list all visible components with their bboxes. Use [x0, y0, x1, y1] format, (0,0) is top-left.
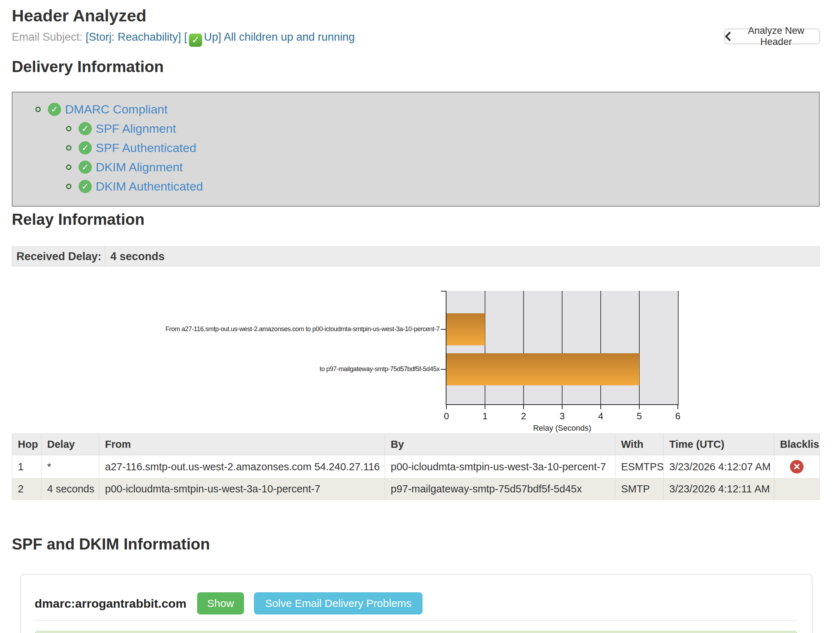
hop-cell: 2 — [12, 479, 41, 500]
hops-table: HopDelayFromByWithTime (UTC)Blacklist 1*… — [12, 433, 819, 500]
blacklist-cell: × — [774, 455, 819, 479]
delivery-item-link[interactable]: DKIM Authenticated — [96, 180, 203, 194]
solve-email-delivery-problems-button[interactable]: Solve Email Delivery Problems — [254, 592, 423, 614]
subject-part1: [Storj: Reachability] [ — [86, 31, 187, 43]
success-alert-strip — [35, 631, 797, 633]
pass-check-icon: ✓ — [79, 141, 92, 154]
x-axis-tick — [446, 405, 447, 409]
hops-column-header: By — [385, 434, 615, 455]
chart-gridline — [485, 291, 485, 404]
chart-gridline — [600, 291, 601, 404]
hop-cell: 1 — [12, 455, 41, 479]
x-axis-tick-label: 0 — [439, 411, 454, 422]
x-axis-tick — [639, 405, 639, 409]
delivery-information-panel: ✓DMARC Compliant✓SPF Alignment✓SPF Authe… — [12, 92, 819, 206]
white-check-mark-icon: ✓ — [189, 33, 202, 47]
pass-check-icon: ✓ — [79, 180, 92, 193]
hops-column-header: From — [99, 434, 385, 455]
subject-part2: Up] All children up and running — [204, 31, 355, 43]
x-axis-tick-label: 2 — [516, 411, 531, 422]
dmarc-record-row: dmarc:arrogantrabbit.com Show Solve Emai… — [35, 592, 423, 614]
list-bullet — [35, 107, 41, 112]
x-axis-tick — [523, 405, 524, 409]
relay-information-heading: Relay Information — [12, 211, 145, 228]
hop-cell: 4 seconds — [41, 479, 99, 500]
show-button[interactable]: Show — [197, 592, 244, 614]
hops-column-header: With — [615, 434, 663, 455]
hop-cell: a27-116.smtp-out.us-west-2.amazonses.com… — [99, 455, 385, 479]
delivery-information-heading: Delivery Information — [12, 58, 164, 76]
x-axis-tick-label: 1 — [477, 411, 493, 422]
email-subject-link[interactable]: [Storj: Reachability] [✓Up] All children… — [86, 31, 355, 43]
blacklist-cell — [774, 479, 819, 500]
hop-row: 1*a27-116.smtp-out.us-west-2.amazonses.c… — [12, 455, 819, 479]
relay-chart-plot — [446, 291, 679, 405]
list-bullet — [66, 164, 71, 170]
chart-gridline — [523, 291, 524, 404]
relay-bar — [447, 313, 485, 345]
y-axis-tick — [441, 291, 446, 291]
email-subject-label: Email Subject: — [12, 31, 82, 43]
list-bullet — [66, 184, 71, 189]
delivery-checklist-item: ✓DKIM Alignment — [13, 157, 819, 176]
chart-gridline — [562, 291, 562, 404]
delivery-item-link[interactable]: SPF Authenticated — [96, 141, 196, 155]
received-delay-row: Received Delay: 4 seconds — [12, 246, 819, 266]
delivery-checklist-item: ✓DKIM Authenticated — [13, 176, 819, 196]
hop-cell: * — [41, 455, 99, 479]
y-axis-tick — [441, 329, 446, 330]
delivery-item-link[interactable]: DKIM Alignment — [96, 160, 183, 174]
email-subject-line: Email Subject: [Storj: Reachability] [✓U… — [12, 31, 355, 47]
hops-column-header: Delay — [41, 434, 99, 455]
x-axis-tick-label: 5 — [632, 411, 647, 422]
pass-check-icon: ✓ — [79, 161, 92, 174]
chart-category-label: to p97-mailgateway-smtp-75d57bdf5f-5d45x — [12, 365, 440, 373]
panel-divider — [35, 620, 797, 621]
analyze-new-header-button[interactable]: Analyze New Header — [724, 28, 820, 44]
hops-table-body: 1*a27-116.smtp-out.us-west-2.amazonses.c… — [12, 455, 819, 500]
hop-row: 24 secondsp00-icloudmta-smtpin-us-west-3… — [12, 479, 819, 500]
chart-category-label: From a27-116.smtp-out.us-west-2.amazonse… — [12, 326, 440, 333]
x-axis-tick-label: 4 — [593, 411, 609, 422]
blacklist-error-icon[interactable]: × — [790, 460, 804, 474]
hops-column-header: Blacklist — [774, 434, 819, 455]
y-axis-tick — [441, 369, 446, 370]
list-bullet — [66, 126, 71, 131]
spf-dkim-heading: SPF and DKIM Information — [12, 535, 210, 553]
x-axis-tick — [562, 405, 562, 409]
hop-cell: p00-icloudmta-smtpin-us-west-3a-10-perce… — [99, 479, 385, 500]
chevron-left-icon — [725, 32, 730, 41]
x-axis-tick-label: 6 — [670, 411, 686, 422]
pass-check-icon: ✓ — [48, 103, 61, 116]
hop-cell: ESMTPS — [615, 455, 663, 479]
x-axis-tick-label: 3 — [554, 411, 570, 422]
hop-cell: p97-mailgateway-smtp-75d57bdf5f-5d45x — [385, 479, 615, 500]
analyze-button-label: Analyze New Header — [733, 25, 819, 47]
spf-dkim-panel: dmarc:arrogantrabbit.com Show Solve Emai… — [21, 574, 813, 633]
relay-chart-x-axis-title: Relay (Seconds) — [446, 424, 679, 433]
relay-chart: Relay (Seconds) 0123456From a27-116.smtp… — [12, 291, 819, 433]
pass-check-icon: ✓ — [79, 122, 92, 135]
received-delay-value: 4 seconds — [105, 247, 165, 266]
x-axis-tick — [485, 405, 485, 409]
x-axis-tick — [677, 405, 678, 409]
delivery-checklist-item: ✓SPF Alignment — [13, 119, 819, 138]
received-delay-label: Received Delay: — [12, 247, 105, 266]
delivery-item-link[interactable]: DMARC Compliant — [65, 102, 167, 117]
hop-cell: SMTP — [615, 479, 663, 500]
hops-column-header: Time (UTC) — [663, 434, 774, 455]
list-bullet — [66, 145, 71, 151]
delivery-checklist-item: ✓DMARC Compliant — [13, 99, 819, 119]
dmarc-record-name: dmarc:arrogantrabbit.com — [35, 597, 186, 611]
chart-gridline — [639, 291, 639, 404]
delivery-item-link[interactable]: SPF Alignment — [96, 122, 176, 135]
x-axis-tick — [600, 405, 601, 409]
page-title: Header Analyzed — [12, 6, 147, 25]
hop-cell: 3/23/2026 4:12:07 AM — [663, 455, 774, 479]
relay-bar — [447, 353, 639, 385]
hops-column-header: Hop — [12, 434, 41, 455]
hops-table-header-row: HopDelayFromByWithTime (UTC)Blacklist — [12, 434, 819, 455]
hop-cell: 3/23/2026 4:12:11 AM — [663, 479, 774, 500]
delivery-checklist-item: ✓SPF Authenticated — [13, 138, 819, 157]
delivery-checklist: ✓DMARC Compliant✓SPF Alignment✓SPF Authe… — [13, 99, 819, 196]
